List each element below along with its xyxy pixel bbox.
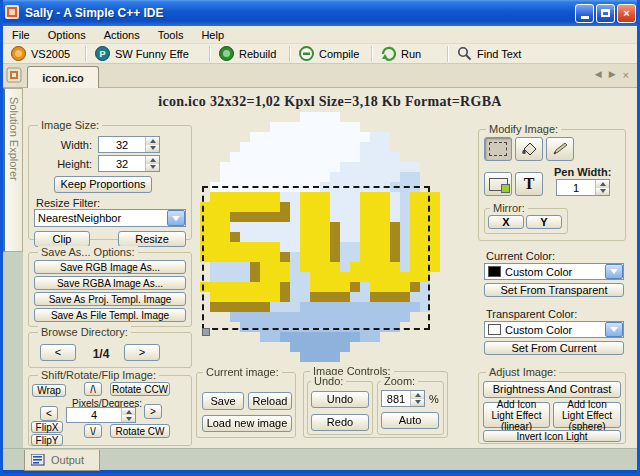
toolbar-find-text[interactable]: Find Text <box>449 44 569 64</box>
toolbar-run[interactable]: Run <box>373 44 447 64</box>
select-tool-button[interactable] <box>484 137 512 161</box>
spin-down-icon[interactable] <box>596 188 609 196</box>
tab-strip: icon.ico ◀ ▶ × <box>3 64 637 88</box>
chevron-down-icon[interactable] <box>605 264 623 279</box>
width-spinner[interactable]: 32 <box>98 136 160 153</box>
brightness-contrast-button[interactable]: Brightness And Contrast <box>483 381 621 398</box>
undo-legend: Undo: <box>311 375 346 387</box>
spin-up-icon[interactable] <box>146 156 159 164</box>
find-icon <box>457 46 472 61</box>
editor-mode-icon[interactable] <box>6 66 23 86</box>
rotate-cw-button[interactable]: Rotate CW <box>110 424 170 438</box>
menu-help[interactable]: Help <box>192 29 233 41</box>
browse-next-button[interactable]: > <box>124 344 160 361</box>
flip-y-button[interactable]: FlipY <box>31 434 63 446</box>
zoom-auto-button[interactable]: Auto <box>381 412 439 429</box>
spin-down-icon[interactable] <box>146 164 159 172</box>
resize-filter-dropdown[interactable]: NearestNeighbor <box>34 209 186 227</box>
transparent-color-swatch <box>488 324 501 335</box>
spin-up-icon[interactable] <box>596 180 609 188</box>
redo-button[interactable]: Redo <box>311 414 369 431</box>
set-from-transparent-button[interactable]: Set From Transparent <box>484 283 624 297</box>
clip-button[interactable]: Clip <box>34 231 90 247</box>
save-rgba-button[interactable]: Save RGBA Image As... <box>34 276 186 290</box>
keep-proportions-button[interactable]: Keep Proportions <box>54 176 152 193</box>
flip-x-button[interactable]: FlipX <box>31 421 63 433</box>
zoom-spinner[interactable]: 881 <box>381 390 425 407</box>
mirror-x-button[interactable]: X <box>488 215 524 229</box>
chevron-down-icon[interactable] <box>167 210 185 226</box>
transparent-color-dropdown[interactable]: Custom Color <box>484 321 624 338</box>
rect-tool-button[interactable] <box>484 172 512 196</box>
pixels-degrees-spinner[interactable]: 4 <box>66 407 136 423</box>
shift-left-button[interactable]: < <box>40 406 58 421</box>
selection-handle[interactable] <box>202 328 210 336</box>
spin-up-icon[interactable] <box>146 137 159 145</box>
pen-width-label: Pen Width: <box>554 166 611 178</box>
shift-down-button[interactable]: \/ <box>84 424 102 438</box>
wrap-button[interactable]: Wrap <box>32 384 66 397</box>
zoom-percent-label: % <box>429 393 439 405</box>
spin-up-icon[interactable] <box>411 391 424 399</box>
icon-editor-canvas-area <box>200 112 440 362</box>
resize-button[interactable]: Resize <box>118 231 186 247</box>
current-color-dropdown[interactable]: Custom Color <box>484 263 624 280</box>
light-effect-linear-button[interactable]: Add Icon Light Effect (linear) <box>483 402 550 428</box>
compile-icon <box>299 46 314 61</box>
load-new-image-button[interactable]: Load new image <box>202 415 292 432</box>
shift-right-button[interactable]: > <box>144 404 162 419</box>
tab-scroll-left-icon[interactable]: ◀ <box>595 69 602 81</box>
invert-icon-light-button[interactable]: Invert Icon Light <box>483 430 621 442</box>
rebuild-icon <box>219 46 234 61</box>
sw-effect-icon: P <box>95 46 110 61</box>
selection-rectangle[interactable] <box>202 186 430 330</box>
save-file-templ-button[interactable]: Save As File Templ. Image <box>34 308 186 322</box>
minimize-icon <box>581 16 589 19</box>
mirror-y-button[interactable]: Y <box>526 215 562 229</box>
set-from-current-button[interactable]: Set From Current <box>484 341 624 355</box>
width-label: Width: <box>52 139 92 151</box>
menu-file[interactable]: File <box>3 29 39 41</box>
toolbar-rebuild[interactable]: Rebuild <box>211 44 289 64</box>
menu-tools[interactable]: Tools <box>149 29 193 41</box>
shift-up-button[interactable]: /\ <box>84 382 102 396</box>
transparent-color-label: Transparent Color: <box>486 308 577 320</box>
pencil-tool-button[interactable] <box>546 137 574 161</box>
chevron-down-icon[interactable] <box>605 322 623 337</box>
title-bar: Sally - A Simple C++ IDE × <box>0 0 640 26</box>
spin-down-icon[interactable] <box>146 145 159 153</box>
current-color-label: Current Color: <box>486 250 555 262</box>
current-image-legend: Current image: <box>203 366 282 378</box>
close-button[interactable]: × <box>617 4 636 23</box>
browse-directory-legend: Browse Directory: <box>38 326 131 338</box>
tab-close-icon[interactable]: × <box>623 69 629 81</box>
output-tab[interactable]: Output <box>24 450 100 471</box>
fill-tool-button[interactable] <box>515 137 543 161</box>
menu-actions[interactable]: Actions <box>95 29 149 41</box>
minimize-button[interactable] <box>575 4 594 23</box>
reload-image-button[interactable]: Reload <box>248 392 292 410</box>
browse-prev-button[interactable]: < <box>40 344 76 361</box>
spin-down-icon[interactable] <box>122 415 135 422</box>
tab-icon-ico[interactable]: icon.ico <box>27 66 99 89</box>
toolbar-vs2005[interactable]: VS2005 <box>3 44 85 64</box>
pen-width-spinner[interactable]: 1 <box>556 179 610 196</box>
maximize-button[interactable] <box>596 4 615 23</box>
sidebar-tab-solution-explorer[interactable]: Solution Explorer <box>3 88 23 252</box>
rotate-ccw-button[interactable]: Rotate CCW <box>110 382 170 396</box>
save-image-button[interactable]: Save <box>202 392 244 410</box>
toolbar-compile[interactable]: Compile <box>291 44 371 64</box>
menu-bar: File Options Actions Tools Help <box>3 26 637 44</box>
save-proj-templ-button[interactable]: Save As Proj. Templ. Image <box>34 292 186 306</box>
light-effect-sphere-button[interactable]: Add Icon Light Effect (sphere) <box>553 402 621 428</box>
height-spinner[interactable]: 32 <box>98 155 160 172</box>
menu-options[interactable]: Options <box>39 29 95 41</box>
save-rgb-button[interactable]: Save RGB Image As... <box>34 260 186 274</box>
tab-scroll-right-icon[interactable]: ▶ <box>609 69 616 81</box>
spin-up-icon[interactable] <box>122 408 135 415</box>
text-tool-button[interactable]: T <box>515 172 543 196</box>
toolbar-sw-funny-effect[interactable]: P SW Funny Effe <box>87 44 209 64</box>
undo-button[interactable]: Undo <box>311 391 369 408</box>
zoom-legend: Zoom: <box>381 375 418 387</box>
spin-down-icon[interactable] <box>411 399 424 407</box>
